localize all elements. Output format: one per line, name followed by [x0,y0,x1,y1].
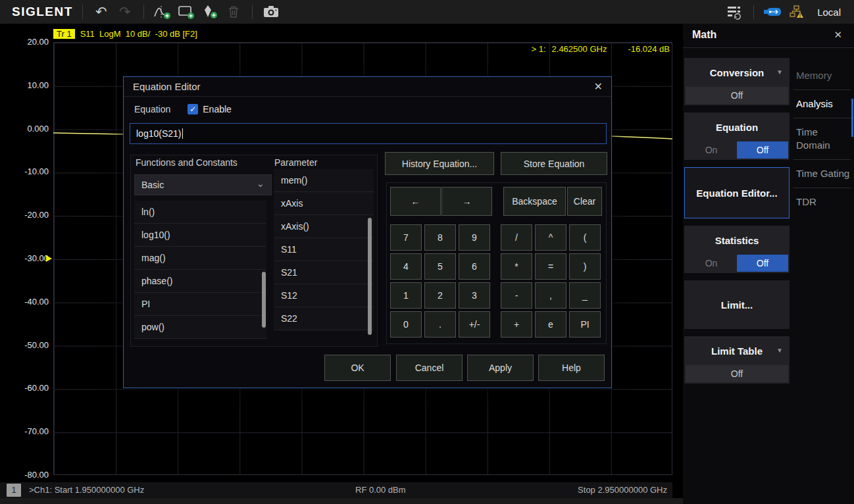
statistics-off-button[interactable]: Off [737,255,788,272]
dialog-close-icon[interactable]: ✕ [594,80,603,93]
key-plus[interactable]: + [501,311,532,338]
key-power[interactable]: ^ [535,224,566,251]
tab-time-gating[interactable]: Time Gating [793,159,851,188]
key-multiply[interactable]: * [501,253,532,280]
key-underscore[interactable]: _ [569,282,601,309]
key-0[interactable]: 0 [390,311,422,338]
equation-toggle: On Off [686,141,788,159]
functions-scrollbar[interactable] [262,272,266,328]
store-equation-button[interactable]: Store Equation [501,152,607,175]
parameter-item-xaxis2[interactable]: xAxis() [274,215,374,238]
parameter-item-s11[interactable]: S11 [274,238,374,261]
delete-button[interactable] [222,2,245,22]
trace-badge[interactable]: Tr 1 [53,29,75,39]
parameter-item-mem[interactable]: mem() [274,169,374,192]
add-marker-button[interactable] [198,2,222,22]
limit-table-panel[interactable]: Limit Table ▼ Off [684,336,790,384]
add-trace-button[interactable] [151,2,174,22]
key-clear[interactable]: Clear [567,187,602,216]
key-1[interactable]: 1 [390,282,422,309]
usb-status-button[interactable] [761,2,784,22]
undo-button[interactable]: ↶ [89,2,113,22]
network-status-button[interactable] [784,2,808,22]
key-decimal[interactable]: . [424,311,456,338]
equation-field-label: Equation [134,104,170,114]
camera-icon [263,5,280,19]
key-6[interactable]: 6 [459,253,490,280]
equation-off-button[interactable]: Off [737,141,788,159]
sidebar-close-icon[interactable]: ✕ [834,29,842,41]
function-item-mag[interactable]: mag() [134,247,266,270]
key-3[interactable]: 3 [459,282,490,309]
limit-table-state[interactable]: Off [686,365,788,382]
enable-checkbox[interactable]: ✓ [188,104,198,114]
key-4[interactable]: 4 [390,253,422,280]
chevron-down-icon: ▼ [776,347,783,354]
function-item-pi[interactable]: PI [134,293,266,316]
tab-memory[interactable]: Memory [793,62,851,89]
help-button[interactable]: Help [538,355,605,381]
statistics-toggle: On Off [686,255,788,272]
parameter-scrollbar[interactable] [368,218,372,335]
function-item-log10[interactable]: log10() [134,224,266,247]
parameter-item-s12[interactable]: S12 [274,284,374,307]
key-2[interactable]: 2 [424,282,456,309]
ok-button[interactable]: OK [324,355,391,381]
key-7[interactable]: 7 [390,224,422,251]
parameter-item-xaxis[interactable]: xAxis [274,192,374,215]
key-close-paren[interactable]: ) [569,253,601,280]
equation-on-button[interactable]: On [686,141,737,159]
key-9[interactable]: 9 [459,224,490,251]
equation-enable-row: Equation ✓ Enable [134,103,232,115]
equation-panel: Equation On Off [684,113,790,160]
tab-tdr[interactable]: TDR [793,188,851,216]
dialog-titlebar: Equation Editor ✕ [124,77,611,97]
history-equation-button[interactable]: History Equation... [385,152,494,175]
key-open-paren[interactable]: ( [569,224,601,251]
parameter-item-s21[interactable]: S21 [274,261,374,284]
trace-selector[interactable]: Tr 1 S11 LogM 10 dB/ -30 dB [F2] [53,28,197,39]
function-category-dropdown[interactable]: Basic ⌄ [134,174,272,195]
usb-icon [763,7,782,17]
key-equals[interactable]: = [535,253,566,280]
tab-analysis[interactable]: Analysis [793,89,851,118]
limit-button[interactable]: Limit... [684,280,790,329]
redo-button[interactable]: ↷ [113,2,137,22]
parameter-item-s22[interactable]: S22 [274,307,374,330]
key-5[interactable]: 5 [424,253,456,280]
parameter-list: mem() xAxis xAxis() S11 S21 S12 S22 [274,169,374,330]
key-divide[interactable]: / [501,224,532,251]
conversion-text: Conversion [710,67,765,78]
cancel-button[interactable]: Cancel [396,355,463,381]
key-arrow-right[interactable]: → [441,187,492,216]
trace-info-label[interactable]: S11 LogM 10 dB/ -30 dB [F2] [80,29,197,39]
function-item-pow[interactable]: pow() [134,316,266,339]
conversion-panel[interactable]: Conversion ▼ Off [684,58,790,105]
function-item-phase[interactable]: phase() [134,270,266,293]
equation-editor-button[interactable]: Equation Editor... [684,167,790,218]
function-item-ln[interactable]: ln() [134,201,266,224]
channel-badge[interactable]: 1 [7,484,21,497]
screenshot-button[interactable] [259,2,283,22]
tab-time-domain[interactable]: Time Domain [793,118,851,159]
toolbar-divider [82,5,83,19]
key-minus[interactable]: - [501,282,532,309]
key-arrow-left[interactable]: ← [390,187,441,216]
key-pi[interactable]: PI [569,311,601,338]
sidebar-title: Math [692,29,716,41]
statistics-on-button[interactable]: On [686,255,737,272]
display-layout-button[interactable] [723,2,747,22]
key-plus-minus[interactable]: +/- [459,311,490,338]
add-window-button[interactable] [174,2,198,22]
equation-input[interactable]: log10(S21) [130,123,607,144]
display-layout-icon [726,4,743,20]
local-mode-button[interactable]: Local [817,7,841,18]
key-comma[interactable]: , [535,282,566,309]
conversion-state[interactable]: Off [686,87,788,104]
key-backspace[interactable]: Backspace [503,187,566,216]
key-8[interactable]: 8 [424,224,456,251]
apply-button[interactable]: Apply [467,355,534,381]
equation-text: Equation [716,122,758,133]
redo-icon: ↷ [119,5,131,19]
key-e[interactable]: e [535,311,566,338]
